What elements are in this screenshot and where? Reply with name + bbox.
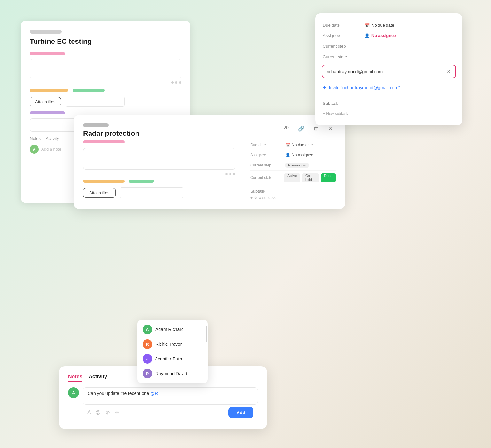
- card1-add-note-text[interactable]: Add a note: [41, 145, 61, 154]
- radar-new-subtask[interactable]: + New subtask: [250, 196, 336, 200]
- radar-bar-row: [83, 180, 235, 183]
- radar-pink-bar: [83, 140, 125, 143]
- card1-tag: [30, 30, 62, 34]
- card1-tab-notes[interactable]: Notes: [30, 136, 41, 141]
- radar-due-date-label: Due date: [250, 143, 285, 147]
- card1-attach-button[interactable]: Attach files: [30, 97, 61, 106]
- popup-state-label: Current state: [323, 54, 364, 59]
- person-icon-sm: 👤: [285, 153, 290, 157]
- radar-step-row: Current step Planning →: [250, 160, 336, 171]
- toolbar-emoji-icon[interactable]: ☺: [114, 409, 120, 416]
- radar-assignee-value: 👤 No assignee: [285, 153, 313, 157]
- popup-divider: [315, 97, 462, 97]
- card1-avatar-letter: A: [33, 147, 36, 151]
- radar-assignee-row: Assignee 👤 No assignee: [250, 150, 336, 160]
- radar-tag: [83, 123, 109, 127]
- mention-item-adam[interactable]: A Adam Richard: [137, 322, 208, 337]
- popup-assignee-label: Assignee: [323, 33, 364, 38]
- invite-plus-icon: +: [323, 84, 326, 91]
- radar-attach-row: Attach files: [83, 187, 235, 198]
- mention-item-raymond[interactable]: R Raymond David: [137, 366, 208, 381]
- radar-main-content: Attach files Due date 📅 No due date Assi…: [83, 140, 336, 200]
- note-input-box[interactable]: Can you update the recent one @R: [83, 387, 258, 405]
- card1-attach-row: Attach files: [30, 97, 181, 107]
- state-onhold[interactable]: On hold: [302, 173, 319, 182]
- assignee-email-input[interactable]: [327, 69, 444, 74]
- radar-header: Radar protection 👁 🔗 🗑 ✕: [83, 123, 336, 138]
- popup-subtask-row: Subtask: [315, 98, 462, 109]
- radar-due-date-row: Due date 📅 No due date: [250, 140, 336, 150]
- mention-item-jennifer[interactable]: J Jennifer Ruth: [137, 351, 208, 366]
- radar-attach-button[interactable]: Attach files: [83, 188, 116, 198]
- card1-avatar: A: [30, 145, 39, 154]
- popup-step-label: Current step: [323, 44, 364, 49]
- toolbar-font-icon[interactable]: A: [87, 409, 91, 416]
- calendar-icon-sm: 📅: [285, 143, 290, 147]
- radar-input-placeholder: [120, 187, 183, 198]
- card-radar: Radar protection 👁 🔗 🗑 ✕ Attach files: [74, 115, 345, 209]
- notes-avatar: A: [68, 387, 79, 398]
- toolbar-attach-icon[interactable]: ⊕: [105, 409, 110, 416]
- notes-toolbar: A @ ⊕ ☺ Add: [83, 405, 258, 418]
- radar-text-area: [83, 148, 235, 170]
- radar-step-label: Current step: [250, 163, 285, 167]
- radar-eye-button[interactable]: 👁: [281, 123, 292, 134]
- popup-due-date-row: Due date 📅 No due date: [315, 20, 462, 30]
- radar-link-button[interactable]: 🔗: [296, 123, 306, 134]
- mention-item-richie[interactable]: R Richie Travor: [137, 337, 208, 351]
- state-done[interactable]: Done: [321, 173, 336, 182]
- radar-subtask-label: Subtask: [250, 189, 336, 194]
- popup-assignee-value: 👤 No assignee: [364, 33, 396, 38]
- card1-dots: [30, 81, 181, 84]
- assignee-email-input-box[interactable]: ✕: [322, 65, 456, 78]
- invite-text: Invite "richardraymond@gmail.com": [329, 85, 400, 90]
- popup-assignee-row: Assignee 👤 No assignee: [315, 30, 462, 41]
- card1-text-area: [30, 59, 181, 78]
- card1-tab-activity[interactable]: Activity: [46, 136, 59, 141]
- person-icon: 👤: [364, 33, 370, 38]
- mention-scrollbar: [206, 326, 207, 342]
- mention-name-adam: Adam Richard: [155, 327, 184, 332]
- card1-orange-bar: [30, 89, 68, 92]
- state-active[interactable]: Active: [284, 173, 300, 182]
- mention-name-jennifer: Jennifer Ruth: [155, 356, 182, 361]
- radar-subtask-section: Subtask + New subtask: [250, 189, 336, 200]
- radar-left-panel: Attach files: [83, 140, 235, 200]
- toolbar-mention-icon[interactable]: @: [95, 409, 101, 416]
- popup-due-date-label: Due date: [323, 23, 364, 27]
- card1-input-placeholder: [66, 97, 125, 107]
- radar-title: Radar protection: [83, 129, 139, 138]
- card1-green-bar: [73, 89, 105, 92]
- tab-notes[interactable]: Notes: [68, 374, 82, 382]
- tab-activity[interactable]: Activity: [89, 374, 107, 382]
- state-badges: Active On hold Done: [284, 173, 336, 182]
- popup-due-date-value: 📅 No due date: [364, 23, 394, 27]
- planning-badge: Planning →: [285, 163, 309, 168]
- radar-state-label: Current state: [250, 175, 284, 180]
- calendar-icon: 📅: [364, 23, 370, 27]
- radar-dots: [83, 173, 235, 175]
- radar-step-value: Planning →: [285, 163, 309, 168]
- radar-right-panel: Due date 📅 No due date Assignee 👤 No ass…: [243, 140, 336, 200]
- radar-state-row: Current state Active On hold Done: [250, 171, 336, 185]
- card1-pink-bar: [30, 52, 65, 55]
- mention-avatar-raymond: R: [143, 369, 152, 378]
- mention-avatar-jennifer: J: [143, 354, 152, 364]
- add-button[interactable]: Add: [228, 407, 253, 418]
- note-mention: @R: [150, 391, 158, 396]
- popup-new-subtask[interactable]: + New subtask: [323, 112, 348, 116]
- notes-avatar-letter: A: [72, 390, 75, 395]
- card1-bar-row: [30, 89, 181, 92]
- card1-title: Turbine EC testing: [30, 37, 181, 46]
- mention-avatar-richie: R: [143, 339, 152, 349]
- popup-subtask-label: Subtask: [323, 101, 364, 106]
- radar-assignee-label: Assignee: [250, 153, 285, 157]
- clear-email-button[interactable]: ✕: [447, 68, 451, 74]
- card1-purple-bar: [30, 111, 65, 114]
- mention-dropdown: A Adam Richard R Richie Travor J Jennife…: [137, 320, 208, 383]
- invite-row[interactable]: + Invite "richardraymond@gmail.com": [315, 80, 462, 95]
- radar-orange-bar: [83, 180, 125, 183]
- popup-new-subtask-row: + New subtask: [315, 109, 462, 119]
- radar-title-block: Radar protection: [83, 123, 139, 138]
- assignee-popup: Due date 📅 No due date Assignee 👤 No ass…: [315, 13, 462, 125]
